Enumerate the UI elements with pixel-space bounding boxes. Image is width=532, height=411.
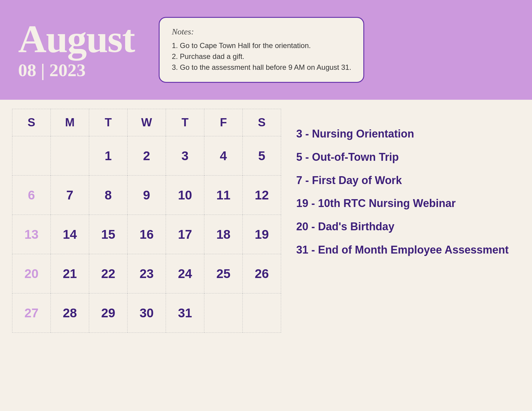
calendar-day: 4 — [204, 136, 243, 176]
event-item: 19 - 10th RTC Nursing Webinar — [296, 196, 520, 211]
calendar-day: 21 — [51, 254, 89, 293]
calendar-day: 26 — [243, 254, 281, 293]
event-item: 5 - Out-of-Town Trip — [296, 150, 520, 164]
calendar-day: 13 — [12, 215, 51, 254]
calendar-day: 16 — [128, 215, 166, 254]
note-item-3: 3. Go to the assessment hall before 9 AM… — [172, 62, 351, 73]
calendar-day: 5 — [243, 136, 281, 176]
notes-box: Notes: 1. Go to Cape Town Hall for the o… — [159, 17, 364, 83]
header: August 08 | 2023 Notes: 1. Go to Cape To… — [0, 0, 532, 100]
calendar-day: 17 — [166, 215, 204, 254]
calendar-day: 23 — [128, 254, 166, 293]
events-sidebar: 3 - Nursing Orientation5 - Out-of-Town T… — [281, 109, 520, 266]
calendar-day: 24 — [166, 254, 204, 293]
calendar-week-row: 6789101112 — [12, 176, 281, 215]
day-header-wed: W — [128, 109, 166, 136]
calendar-day: 1 — [89, 136, 128, 176]
calendar-day: 10 — [166, 176, 204, 215]
calendar-day: 14 — [51, 215, 89, 254]
calendar-day: 25 — [204, 254, 243, 293]
calendar-day — [51, 136, 89, 176]
calendar-day — [204, 293, 243, 333]
note-item-2: 2. Purchase dad a gift. — [172, 51, 351, 62]
event-item: 7 - First Day of Work — [296, 173, 520, 188]
event-item: 3 - Nursing Orientation — [296, 127, 520, 141]
calendar-day: 9 — [128, 176, 166, 215]
calendar-day: 11 — [204, 176, 243, 215]
calendar-day — [243, 293, 281, 333]
calendar-week-row: 12345 — [12, 136, 281, 176]
month-date-line: 08 | 2023 — [18, 60, 135, 81]
day-header-mon: M — [51, 109, 89, 136]
calendar-table: S M T W T F S 12345678910111213141516171… — [12, 109, 281, 333]
calendar-day: 27 — [12, 293, 51, 333]
calendar-body: 1234567891011121314151617181920212223242… — [12, 136, 281, 333]
calendar-day: 8 — [89, 176, 128, 215]
note-item-1: 1. Go to Cape Town Hall for the orientat… — [172, 40, 351, 51]
calendar-day: 15 — [89, 215, 128, 254]
calendar-day: 6 — [12, 176, 51, 215]
notes-label: Notes: — [172, 27, 351, 37]
calendar-day: 30 — [128, 293, 166, 333]
calendar-grid: S M T W T F S 12345678910111213141516171… — [12, 109, 281, 333]
day-header-tue: T — [89, 109, 128, 136]
day-header-sat: S — [243, 109, 281, 136]
month-name: August — [18, 19, 135, 58]
day-header-sun: S — [12, 109, 51, 136]
calendar-week-row: 13141516171819 — [12, 215, 281, 254]
calendar-day: 20 — [12, 254, 51, 293]
day-header-fri: F — [204, 109, 243, 136]
days-header-row: S M T W T F S — [12, 109, 281, 136]
calendar-day — [12, 136, 51, 176]
day-header-thu: T — [166, 109, 204, 136]
calendar-week-row: 20212223242526 — [12, 254, 281, 293]
header-title: August 08 | 2023 — [18, 19, 135, 81]
calendar-day: 29 — [89, 293, 128, 333]
calendar-day: 7 — [51, 176, 89, 215]
calendar-day: 12 — [243, 176, 281, 215]
calendar-day: 31 — [166, 293, 204, 333]
event-item: 20 - Dad's Birthday — [296, 220, 520, 234]
calendar-area: S M T W T F S 12345678910111213141516171… — [0, 100, 532, 342]
calendar-day: 2 — [128, 136, 166, 176]
calendar-day: 3 — [166, 136, 204, 176]
notes-list: 1. Go to Cape Town Hall for the orientat… — [172, 40, 351, 73]
calendar-week-row: 2728293031 — [12, 293, 281, 333]
calendar-day: 28 — [51, 293, 89, 333]
calendar-day: 18 — [204, 215, 243, 254]
calendar-day: 22 — [89, 254, 128, 293]
event-item: 31 - End of Month Employee Assessment — [296, 243, 520, 257]
calendar-day: 19 — [243, 215, 281, 254]
